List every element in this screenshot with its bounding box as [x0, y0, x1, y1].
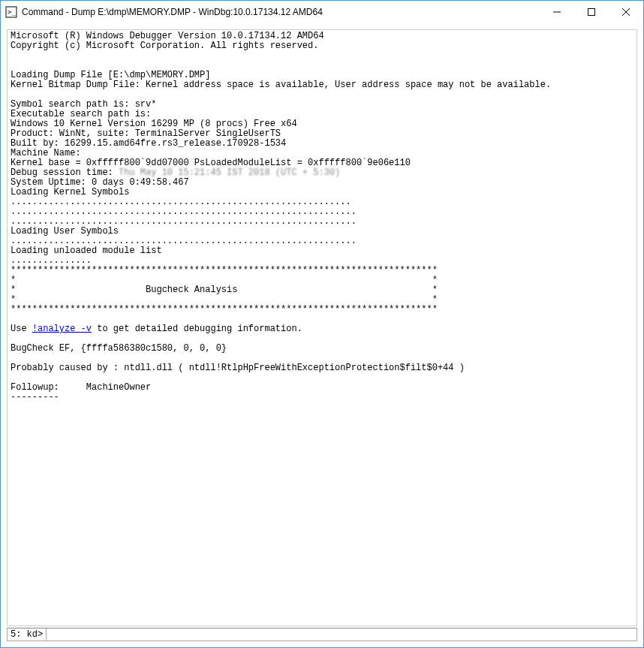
maximize-button[interactable]: [574, 1, 609, 23]
output-line: Windows 10 Kernel Version 16299 MP (8 pr…: [11, 119, 297, 129]
output-line: Machine Name:: [11, 148, 81, 158]
output-line: System Uptime: 0 days 0:49:58.467: [11, 177, 189, 188]
output-line: Loading User Symbols: [11, 226, 119, 237]
output-line: Debug session time:: [11, 167, 119, 178]
output-line: Probably caused by : ntdll.dll ( ntdll!R…: [11, 363, 465, 373]
output-line: ........................................…: [11, 236, 357, 246]
titlebar[interactable]: >_ Command - Dump E:\dmp\MEMORY.DMP - Wi…: [1, 1, 643, 23]
output-line: ........................................…: [11, 197, 351, 207]
output-line: Kernel Bitmap Dump File: Kernel address …: [11, 80, 551, 90]
app-icon: >_: [5, 6, 17, 18]
analyze-link[interactable]: !analyze -v: [32, 324, 92, 334]
output-line: Built by: 16299.15.amd64fre.rs3_release.…: [11, 138, 286, 149]
output-line: BugCheck EF, {ffffa586380c1580, 0, 0, 0}: [11, 343, 227, 354]
output-line: Followup: MachineOwner: [11, 382, 151, 393]
windbg-command-window: >_ Command - Dump E:\dmp\MEMORY.DMP - Wi…: [0, 0, 644, 648]
output-line: ...............: [11, 255, 92, 266]
output-line: Executable search path is:: [11, 109, 156, 119]
command-input-row: 5: kd>: [7, 628, 637, 641]
output-line: ****************************************…: [11, 304, 438, 315]
output-line: Copyright (c) Microsoft Corporation. All…: [11, 41, 318, 51]
minimize-button[interactable]: [540, 1, 574, 23]
blurred-timestamp: Thu May 10 15:21:45 IST 2018 (UTC + 5:30…: [119, 167, 340, 178]
output-line: Loading unloaded module list: [11, 246, 162, 256]
debugger-output[interactable]: Microsoft (R) Windows Debugger Version 1…: [7, 29, 637, 626]
close-button[interactable]: [609, 1, 643, 23]
command-input[interactable]: [47, 628, 636, 640]
output-line: ........................................…: [11, 216, 357, 227]
output-line: * *: [11, 275, 438, 285]
output-line: Product: WinNt, suite: TerminalServer Si…: [11, 128, 281, 139]
output-line: Kernel base = 0xfffff800`9dd07000 PsLoad…: [11, 158, 411, 168]
output-line: Microsoft (R) Windows Debugger Version 1…: [11, 31, 324, 41]
output-line: ****************************************…: [11, 265, 438, 276]
svg-text:>_: >_: [8, 8, 16, 16]
output-line: Loading Dump File [E:\dmp\MEMORY.DMP]: [11, 70, 210, 80]
window-controls: [540, 1, 643, 23]
output-line: * Bugcheck Analysis *: [11, 285, 438, 295]
window-title: Command - Dump E:\dmp\MEMORY.DMP - WinDb…: [22, 7, 540, 17]
output-line: Symbol search path is: srv*: [11, 99, 156, 110]
content-area: Microsoft (R) Windows Debugger Version 1…: [1, 23, 643, 647]
output-line: ........................................…: [11, 206, 357, 217]
prompt-label: 5: kd>: [8, 628, 47, 640]
output-line: * *: [11, 294, 438, 305]
output-line: Use: [11, 324, 32, 334]
svg-rect-3: [588, 9, 595, 16]
output-line: ---------: [11, 392, 59, 402]
output-line: Loading Kernel Symbols: [11, 187, 129, 197]
output-line: to get detailed debugging information.: [92, 324, 302, 334]
